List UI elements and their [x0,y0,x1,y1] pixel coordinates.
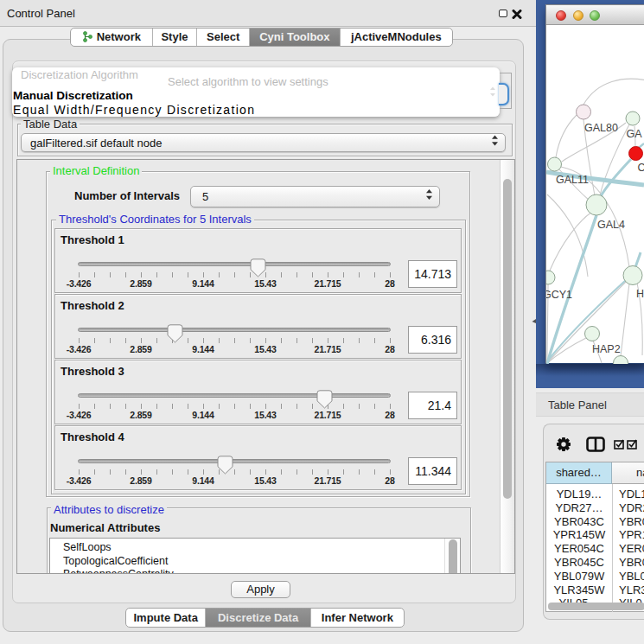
svg-text:HAP2: HAP2 [592,343,621,355]
svg-text:GAL11: GAL11 [556,174,589,186]
svg-text:GAL4: GAL4 [597,219,625,231]
svg-text:C: C [638,162,644,174]
svg-text:H: H [636,288,644,300]
svg-text:GCY1: GCY1 [546,289,572,301]
svg-text:GAL80: GAL80 [584,122,618,134]
svg-text:GA: GA [627,128,643,140]
